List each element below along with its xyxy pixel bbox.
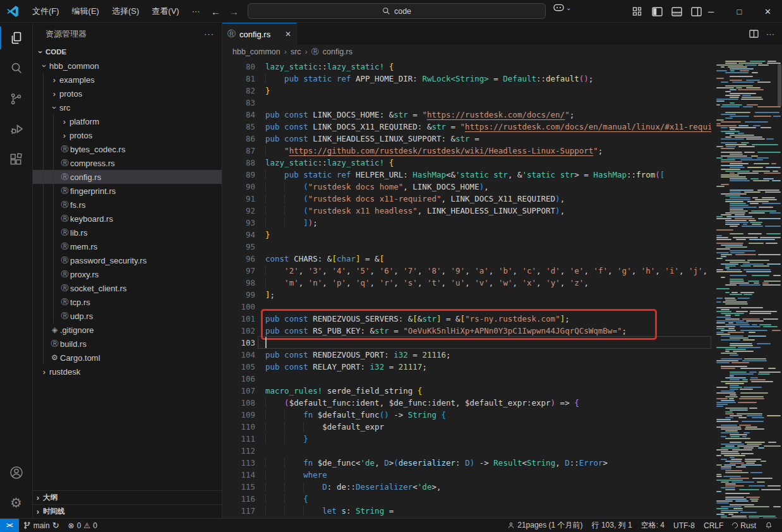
tree-item-lib.rs[interactable]: Ⓡlib.rs — [33, 226, 222, 239]
minimap-line — [716, 262, 781, 263]
tree-item-bytes_codec.rs[interactable]: Ⓡbytes_codec.rs — [33, 142, 222, 156]
tree-item-.gitignore[interactable]: ◈.gitignore — [33, 323, 222, 337]
tree-item-config.rs[interactable]: Ⓡconfig.rs — [33, 170, 222, 184]
gear-icon: ⚙ — [49, 353, 60, 362]
gear-icon: ⚙ — [10, 497, 22, 510]
menu-item-S[interactable]: 选择(S) — [106, 3, 145, 20]
tree-item-protos[interactable]: ›protos — [33, 87, 222, 100]
status-4[interactable]: 空格: 4 — [637, 519, 669, 532]
section-header-code[interactable]: › CODE — [33, 45, 222, 59]
minimap-line — [716, 438, 781, 439]
minimap-line — [716, 114, 781, 115]
tree-item-rustdesk[interactable]: ›rustdesk — [33, 365, 222, 378]
tree-item-platform[interactable]: ›platform — [33, 114, 222, 128]
activitybar-extensions[interactable] — [0, 144, 33, 174]
copilot-button[interactable]: ⌄ — [553, 4, 571, 12]
code-editor[interactable]: 8081828384858687888990919293949596979899… — [222, 59, 782, 518]
line-number: 100 — [222, 301, 255, 313]
menu-item-F[interactable]: 文件(F) — [27, 3, 65, 20]
customize-layout-icon[interactable] — [630, 4, 644, 18]
activitybar-search[interactable] — [0, 53, 33, 83]
panel-时间线[interactable]: ›时间线 — [33, 504, 222, 518]
activitybar-settings[interactable]: ⚙ — [0, 488, 33, 518]
line-number: 97 — [222, 265, 255, 277]
minimap-line — [716, 468, 781, 469]
branch-status[interactable]: main↻ — [19, 519, 64, 532]
activitybar-account[interactable] — [0, 457, 33, 488]
minimap-line — [716, 70, 781, 71]
minimap-line — [716, 408, 781, 409]
editor-more-actions[interactable]: ··· — [766, 29, 774, 39]
tree-item-compress.rs[interactable]: Ⓡcompress.rs — [33, 156, 222, 170]
activitybar-run-debug[interactable] — [0, 114, 33, 144]
menu-item-E[interactable]: 编辑(E) — [66, 3, 105, 20]
menu-item-[interactable]: ··· — [186, 4, 206, 18]
tab-close-icon[interactable]: ✕ — [285, 30, 291, 39]
line-number: 99 — [222, 289, 255, 301]
minimap-line — [716, 210, 781, 212]
minimap-line — [716, 517, 781, 518]
nav-forward-icon[interactable]: → — [229, 6, 239, 17]
breadcrumb-item-src[interactable]: src — [291, 47, 301, 56]
command-center-search[interactable]: code — [248, 3, 546, 19]
minimize-button[interactable]: ─ — [697, 0, 725, 23]
minimap-line — [716, 381, 781, 382]
tree-item-fs.rs[interactable]: Ⓡfs.rs — [33, 198, 222, 212]
tree-item-build.rs[interactable]: Ⓡbuild.rs — [33, 337, 222, 351]
close-button[interactable]: ✕ — [754, 0, 782, 23]
toggle-sidebar-icon[interactable] — [650, 4, 664, 18]
tree-item-keyboard.rs[interactable]: Ⓡkeyboard.rs — [33, 212, 222, 226]
tree-item-fingerprint.rs[interactable]: Ⓡfingerprint.rs — [33, 184, 222, 198]
minimap-line — [716, 415, 781, 416]
remote-indicator[interactable]: >< — [0, 519, 19, 532]
tree-item-examples[interactable]: ›examples — [33, 73, 222, 87]
status-1031[interactable]: 行 103, 列 1 — [587, 519, 637, 532]
tree-item-mem.rs[interactable]: Ⓡmem.rs — [33, 239, 222, 253]
sidebar-more-actions[interactable]: ··· — [204, 29, 214, 39]
minimap-line — [716, 250, 781, 251]
code-line: macro_rules! serde_field_string { — [265, 385, 711, 397]
code-line: where — [265, 469, 711, 481]
maximize-button[interactable]: □ — [725, 0, 754, 23]
minimap-line — [716, 491, 781, 492]
tree-item-password_security.rs[interactable]: Ⓡpassword_security.rs — [33, 253, 222, 267]
tree-item-hbb_common[interactable]: ›hbb_common — [33, 59, 222, 73]
tree-item-udp.rs[interactable]: Ⓡudp.rs — [33, 309, 222, 323]
tree-item-tcp.rs[interactable]: Ⓡtcp.rs — [33, 295, 222, 309]
status-UTF-8[interactable]: UTF-8 — [669, 519, 699, 532]
tree-item-protos[interactable]: ›protos — [33, 128, 222, 142]
tree-item-proxy.rs[interactable]: Ⓡproxy.rs — [33, 267, 222, 281]
line-number: 84 — [222, 109, 255, 121]
status-rust[interactable]: Rust — [728, 519, 761, 532]
tab-config-rs[interactable]: Ⓡ config.rs ✕ — [222, 23, 297, 45]
minimap-line — [716, 273, 781, 274]
breadcrumb-item-hbb_common[interactable]: hbb_common — [232, 47, 280, 56]
code-line: const CHARS: &[char] = &[ — [265, 253, 711, 265]
tree-item-socket_client.rs[interactable]: Ⓡsocket_client.rs — [33, 281, 222, 295]
activitybar-explorer[interactable] — [0, 23, 33, 53]
status-bell[interactable] — [761, 519, 777, 532]
chevron-down-icon: › — [40, 61, 49, 71]
minimap-line — [716, 148, 781, 149]
minimap-line — [716, 502, 781, 504]
minimap[interactable] — [713, 59, 782, 518]
nav-back-icon[interactable]: ← — [211, 6, 220, 17]
breadcrumb-item-config.rs[interactable]: config.rs — [323, 47, 352, 56]
toggle-panel-icon[interactable] — [670, 4, 683, 18]
menu-item-V[interactable]: 查看(V) — [146, 3, 184, 20]
search-text: code — [394, 7, 411, 16]
minimap-line — [716, 432, 781, 433]
status-CRLF[interactable]: CRLF — [699, 519, 728, 532]
tree-item-src[interactable]: ›src — [33, 100, 222, 114]
chevron-right-icon: › — [39, 367, 49, 377]
status-blame[interactable]: 21pages (1 个月前) — [503, 519, 587, 532]
problems-status[interactable]: ⊗0⚠0 — [64, 519, 102, 532]
minimap-line — [716, 288, 781, 289]
split-editor-icon[interactable] — [749, 30, 759, 38]
panel-大纲[interactable]: ›大纲 — [33, 490, 222, 504]
scrollbar-thumb[interactable] — [778, 64, 781, 107]
minimap-line — [716, 64, 781, 66]
line-number: 89 — [222, 169, 255, 181]
tree-item-Cargo.toml[interactable]: ⚙Cargo.toml — [33, 351, 222, 365]
activitybar-source-control[interactable] — [0, 83, 33, 114]
